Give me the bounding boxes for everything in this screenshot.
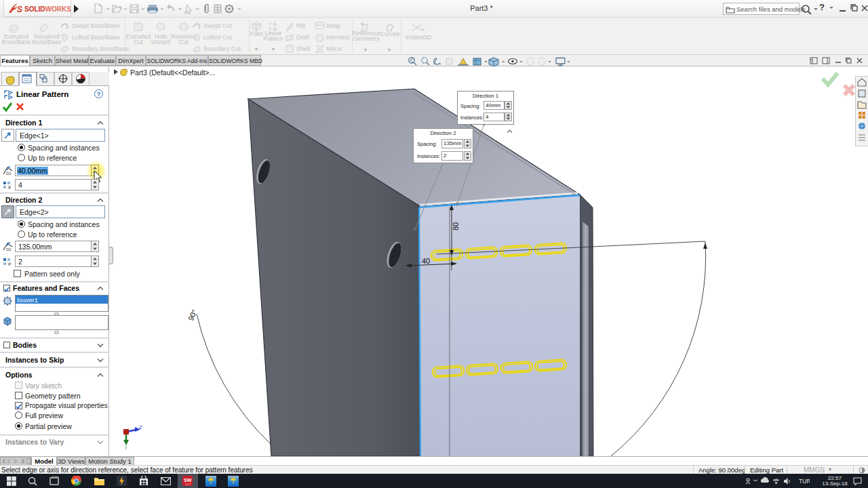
svg-text:#: # xyxy=(8,185,11,190)
svg-text:#: # xyxy=(8,262,11,266)
svg-text:D2: D2 xyxy=(6,247,12,251)
svg-text:D1: D1 xyxy=(6,171,12,176)
svg-text:80: 80 xyxy=(452,222,460,230)
svg-text:S: S xyxy=(17,5,22,14)
svg-text:Z: Z xyxy=(139,424,142,430)
svg-text:SOLIDWORKS: SOLIDWORKS xyxy=(24,5,71,13)
svg-text:90°: 90° xyxy=(186,308,199,322)
svg-text:40: 40 xyxy=(422,257,430,265)
svg-text:2017: 2017 xyxy=(185,483,192,486)
svg-text:TUR: TUR xyxy=(799,478,810,485)
